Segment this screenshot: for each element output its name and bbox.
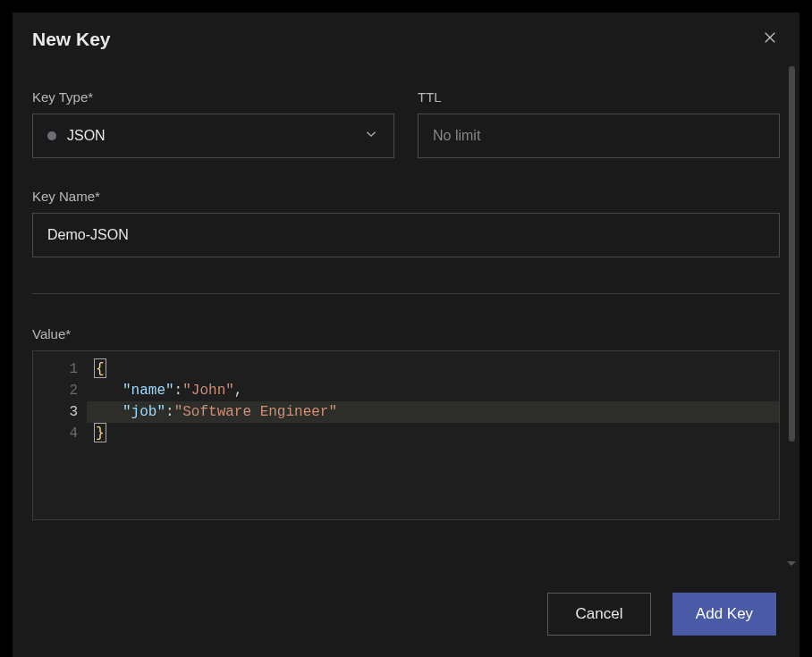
- ttl-field: TTL: [418, 89, 780, 158]
- key-type-label: Key Type*: [32, 89, 394, 105]
- editor-line[interactable]: "job":"Software Engineer": [87, 401, 779, 423]
- close-button[interactable]: [760, 29, 780, 49]
- editor-code[interactable]: {"name":"John","job":"Software Engineer"…: [87, 351, 779, 519]
- code-token: "Software Engineer": [174, 404, 337, 420]
- section-divider: [32, 293, 780, 294]
- code-token: "name": [123, 383, 174, 399]
- code-token: "job": [123, 404, 165, 420]
- key-type-select[interactable]: JSON: [32, 114, 394, 158]
- new-key-dialog: New Key Key Type* JSON: [13, 13, 799, 657]
- code-token: }: [94, 423, 106, 442]
- close-icon: [762, 29, 778, 49]
- code-token: :: [174, 383, 183, 399]
- editor-line[interactable]: }: [87, 423, 779, 444]
- value-editor[interactable]: 1234 {"name":"John","job":"Software Engi…: [32, 350, 780, 520]
- code-token: ,: [234, 383, 243, 399]
- code-token: {: [94, 358, 106, 378]
- ttl-input[interactable]: [418, 114, 780, 158]
- dialog-header: New Key: [13, 13, 799, 55]
- value-label: Value*: [32, 326, 780, 341]
- key-name-label: Key Name*: [32, 189, 780, 204]
- dialog-scrollbar[interactable]: [789, 66, 795, 442]
- key-name-input[interactable]: [32, 213, 780, 257]
- editor-line-number: 4: [33, 423, 78, 444]
- key-name-field: Key Name*: [32, 189, 780, 257]
- editor-line-number: 2: [33, 380, 78, 401]
- key-type-dot-icon: [47, 131, 56, 140]
- ttl-label: TTL: [418, 89, 780, 105]
- editor-line[interactable]: {: [87, 358, 779, 380]
- editor-line[interactable]: "name":"John",: [87, 380, 779, 401]
- scroll-down-icon[interactable]: [787, 561, 796, 566]
- editor-line-number: 3: [33, 401, 78, 423]
- dialog-footer: Cancel Add Key: [13, 571, 799, 657]
- add-key-button[interactable]: Add Key: [672, 593, 776, 636]
- dialog-title: New Key: [32, 29, 111, 50]
- key-type-field: Key Type* JSON: [32, 89, 394, 158]
- cancel-button[interactable]: Cancel: [547, 593, 651, 636]
- code-token: "John": [182, 383, 234, 399]
- chevron-down-icon: [363, 126, 379, 146]
- code-token: :: [165, 404, 174, 420]
- editor-gutter: 1234: [33, 351, 87, 519]
- value-field: Value* 1234 {"name":"John","job":"Softwa…: [32, 326, 780, 571]
- dialog-body: Key Type* JSON TTL Key Name*: [13, 55, 799, 571]
- key-type-value: JSON: [67, 128, 352, 144]
- editor-line-number: 1: [33, 358, 78, 380]
